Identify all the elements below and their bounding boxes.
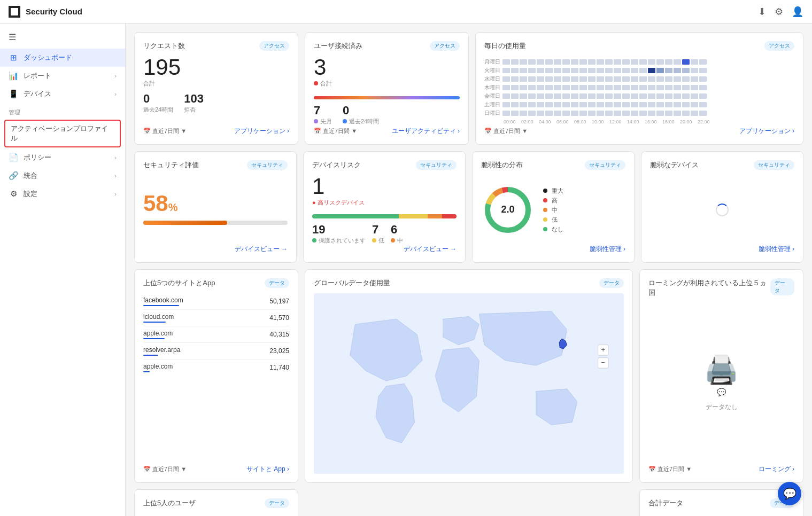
security-score-link[interactable]: デバイスビュー → — [235, 245, 288, 254]
roaming-no-data: 🖨️ 💬 データなし — [648, 303, 794, 465]
security-score-footer: デバイスビュー → — [143, 245, 288, 254]
requests-stat2: 103 拒否 — [184, 92, 204, 114]
reports-icon: 📊 — [9, 71, 18, 81]
vulnerable-devices-card: 脆弱なデバイス セキュリティ 脆弱性管理 › — [641, 151, 803, 263]
settings-icon[interactable]: ⚙ — [775, 6, 783, 18]
no-data-icon: 🖨️ — [704, 356, 739, 384]
top-sites-badge: データ — [265, 278, 289, 288]
daily-usage-link[interactable]: アプリケーション › — [739, 127, 794, 136]
device-risk-title: デバイスリスク — [312, 160, 361, 170]
roaming-footer: 📅 直近7日間 ▼ ローミング › — [648, 465, 794, 474]
users-connected-card: ユーザ接続済み アクセス 3 合計 7 先月 0 過去24時間 — [305, 32, 469, 145]
integration-icon: 🔗 — [9, 171, 18, 181]
total-data-title: 合計データ — [648, 498, 683, 508]
requests-card: リクエスト数 アクセス 195 合計 0 過去24時間 103 拒否 � — [134, 32, 298, 145]
chat-icon: 💬 — [783, 487, 796, 500]
topbar: Security Cloud ⬇ ⚙ 👤 — [0, 0, 812, 24]
daily-usage-card: 毎日の使用量 アクセス 月曜日 — [475, 32, 803, 145]
list-item: icloud.com 41,570 — [143, 310, 289, 326]
sidebar-label-reports: レポート — [24, 71, 109, 81]
vuln-legend: 重大 高 中 低 なし — [543, 187, 563, 233]
top-sites-footer: 📅 直近7日間 ▼ サイトと App › — [143, 465, 289, 474]
dashboard-icon: ⊞ — [9, 53, 18, 62]
roaming-speech-bubble: 💬 — [717, 388, 726, 396]
vulnerable-devices-loading — [650, 175, 794, 245]
list-item: apple.com 11,740 — [143, 359, 289, 376]
users-title: ユーザ接続済み — [314, 41, 362, 51]
users-footer: 📅 直近7日間 ▼ ユーザアクティビティ › — [314, 127, 460, 136]
security-score-value: 58% — [143, 191, 288, 216]
daily-usage-date-filter[interactable]: 📅 直近7日間 ▼ — [484, 127, 528, 135]
requests-stat1-label: 過去24時間 — [143, 106, 173, 114]
roaming-link[interactable]: ローミング › — [759, 465, 794, 474]
security-score-title: セキュリティ評価 — [143, 160, 199, 170]
reports-arrow: › — [114, 73, 117, 79]
chat-button[interactable]: 💬 — [778, 482, 801, 505]
heatmap-row-wed: 水曜日 — [484, 75, 794, 83]
sidebar-item-settings[interactable]: ⚙ 設定 › — [0, 185, 125, 203]
list-item: apple.com 40,315 — [143, 326, 289, 343]
security-score-bar — [143, 221, 288, 225]
heatmap-time-axis: 00:00 02:00 04:00 06:00 08:00 10:00 12:0… — [504, 119, 794, 124]
user-icon[interactable]: 👤 — [792, 6, 803, 18]
requests-number: 195 — [143, 56, 289, 79]
roaming-badge: データ — [770, 278, 794, 295]
daily-usage-badge: アクセス — [764, 41, 794, 51]
app-title: Security Cloud — [26, 7, 82, 16]
content-area: リクエスト数 アクセス 195 合計 0 過去24時間 103 拒否 � — [126, 24, 812, 516]
sidebar-label-integration: 統合 — [24, 171, 109, 181]
vuln-dist-badge: セキュリティ — [585, 160, 625, 170]
top-sites-date-filter[interactable]: 📅 直近7日間 ▼ — [143, 465, 187, 473]
security-score-header: セキュリティ評価 セキュリティ — [143, 160, 288, 170]
users-link[interactable]: ユーザアクティビティ › — [392, 127, 460, 136]
top-sites-link[interactable]: サイトと App › — [246, 465, 289, 474]
devices-icon: 📱 — [9, 89, 18, 99]
roaming-title: ローミングが利用されている上位５ヵ国 — [648, 278, 770, 298]
sidebar-item-devices[interactable]: 📱 デバイス › — [0, 85, 125, 103]
requests-date-filter[interactable]: 📅 直近7日間 ▼ — [143, 127, 187, 135]
sidebar-item-reports[interactable]: 📊 レポート › — [0, 67, 125, 85]
sidebar-item-policy[interactable]: 📄 ポリシー › — [0, 148, 125, 167]
requests-total-label: 合計 — [143, 80, 289, 88]
top-users-header: 上位5人のユーザ データ — [143, 498, 289, 508]
vulnerable-devices-badge: セキュリティ — [754, 160, 794, 170]
global-data-title: グローバルデータ使用量 — [314, 278, 390, 288]
device-risk-footer: デバイスビュー → — [312, 245, 457, 254]
device-risk-bar — [312, 214, 457, 218]
sidebar-label-activation: アクティベーションプロファイル — [11, 124, 114, 143]
vuln-dist-title: 脆弱性の分布 — [481, 160, 523, 170]
users-date-filter[interactable]: 📅 直近7日間 ▼ — [314, 127, 357, 135]
top-sites-card: 上位5つのサイトとApp データ facebook.com 50,197 icl… — [134, 269, 298, 483]
global-data-map: + − — [314, 293, 624, 474]
top-sites-title: 上位5つのサイトとApp — [143, 278, 215, 288]
device-risk-count: 1 — [312, 175, 457, 198]
sidebar-item-integration[interactable]: 🔗 統合 › — [0, 167, 125, 185]
download-icon[interactable]: ⬇ — [758, 6, 766, 18]
policy-icon: 📄 — [9, 153, 18, 162]
users-stat1-label: 先月 — [314, 118, 332, 126]
roaming-card: ローミングが利用されている上位５ヵ国 データ 🖨️ 💬 データなし 📅 直近7日… — [639, 269, 803, 483]
vulnerable-devices-link[interactable]: 脆弱性管理 › — [759, 245, 794, 254]
users-stat1: 7 先月 — [314, 104, 332, 126]
device-risk-link[interactable]: デバイスビュー → — [404, 245, 457, 254]
daily-usage-header: 毎日の使用量 アクセス — [484, 41, 794, 51]
hamburger-menu[interactable]: ☰ — [0, 28, 125, 49]
vuln-dist-chart: 2.0 重大 高 中 低 なし — [481, 175, 625, 245]
svg-text:2.0: 2.0 — [501, 204, 514, 215]
security-score-card: セキュリティ評価 セキュリティ 58% デバイスビュー → — [134, 151, 297, 263]
roaming-no-data-text: データなし — [706, 403, 738, 412]
roaming-header: ローミングが利用されている上位５ヵ国 データ — [648, 278, 794, 298]
vuln-dist-header: 脆弱性の分布 セキュリティ — [481, 160, 625, 170]
requests-stat2-label: 拒否 — [184, 106, 204, 114]
daily-usage-title: 毎日の使用量 — [484, 41, 526, 51]
sidebar-item-dashboard[interactable]: ⊞ ダッシュボード — [0, 49, 125, 67]
requests-badge: アクセス — [259, 41, 289, 51]
requests-link[interactable]: アプリケーション › — [234, 127, 289, 136]
app-logo — [9, 6, 20, 18]
vuln-dist-link[interactable]: 脆弱性管理 › — [590, 245, 625, 254]
sidebar-item-activation[interactable]: アクティベーションプロファイル — [4, 120, 121, 147]
vulnerable-devices-header: 脆弱なデバイス セキュリティ — [650, 160, 794, 170]
total-data-header: 合計データ データ — [648, 498, 794, 508]
sidebar-label-policy: ポリシー — [24, 153, 109, 162]
roaming-date-filter[interactable]: 📅 直近7日間 ▼ — [648, 465, 692, 473]
